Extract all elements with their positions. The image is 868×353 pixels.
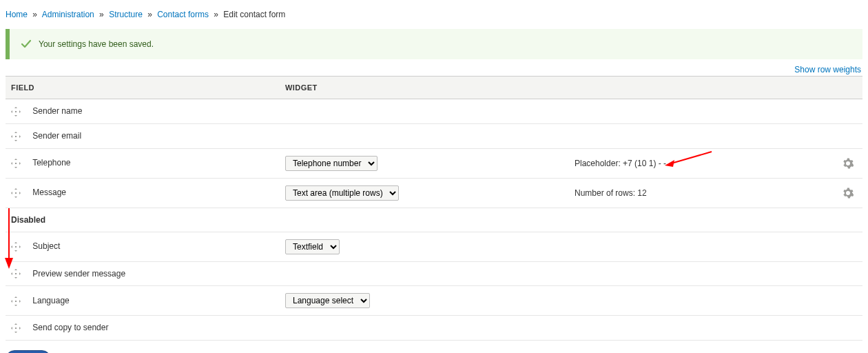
table-row: Sender name <box>6 99 862 124</box>
field-label: Sender email <box>32 131 81 141</box>
field-label: Send copy to sender <box>32 323 108 332</box>
col-header-ops <box>824 77 862 99</box>
status-message-text: Your settings have been saved. <box>39 39 154 49</box>
table-row: Message Text area (multiple rows) Number… <box>6 178 862 208</box>
table-row: Telephone Telephone number Placeholder: … <box>6 148 862 178</box>
settings-button[interactable] <box>839 185 857 201</box>
widget-select-telephone[interactable]: Telephone number <box>285 156 378 171</box>
field-label: Message <box>32 188 66 197</box>
settings-button[interactable] <box>839 156 857 171</box>
save-button[interactable]: Save <box>6 350 51 353</box>
col-header-field: Field <box>6 77 280 99</box>
drag-handle-icon[interactable] <box>11 242 23 252</box>
widget-select-subject[interactable]: Textfield <box>285 239 340 254</box>
widget-summary: Placeholder: +7 (10 1) - - - <box>575 159 671 168</box>
breadcrumb-link-administration[interactable]: Administration <box>42 10 94 19</box>
drag-handle-icon[interactable] <box>11 323 23 333</box>
field-label: Sender name <box>32 106 82 116</box>
widget-select-language[interactable]: Language select <box>285 293 370 308</box>
table-row: Sender email <box>6 123 862 148</box>
breadcrumb-sep: » <box>99 10 104 19</box>
field-label: Language <box>32 296 69 305</box>
breadcrumb-sep: » <box>214 10 218 19</box>
breadcrumb: Home » Administration » Structure » Cont… <box>6 6 862 25</box>
breadcrumb-sep: » <box>32 10 37 19</box>
breadcrumb-link-home[interactable]: Home <box>6 10 28 19</box>
col-header-widget: Widget <box>280 77 569 99</box>
drag-handle-icon[interactable] <box>11 159 23 168</box>
table-row: Language Language select <box>6 286 862 316</box>
table-row: Send copy to sender <box>6 316 862 341</box>
breadcrumb-sep: » <box>147 10 152 19</box>
field-label: Preview sender message <box>32 269 125 279</box>
fields-table: Field Widget Sender name Sender <box>6 76 862 341</box>
breadcrumb-link-contact-forms[interactable]: Contact forms <box>157 10 209 19</box>
show-row-weights-link[interactable]: Show row weights <box>794 65 861 74</box>
table-row: Subject Textfield <box>6 232 862 261</box>
field-label: Subject <box>32 241 60 251</box>
field-label: Telephone <box>32 158 70 168</box>
col-header-summary <box>569 77 824 99</box>
drag-handle-icon[interactable] <box>11 132 23 141</box>
breadcrumb-link-structure[interactable]: Structure <box>109 10 143 19</box>
drag-handle-icon[interactable] <box>11 188 23 198</box>
drag-handle-icon[interactable] <box>11 296 23 306</box>
table-toolbar: Show row weights <box>6 61 862 76</box>
section-header-disabled: Disabled <box>6 208 862 232</box>
drag-handle-icon[interactable] <box>11 269 23 279</box>
check-icon <box>21 39 32 50</box>
table-row: Preview sender message <box>6 261 862 286</box>
drag-handle-icon[interactable] <box>11 107 23 117</box>
breadcrumb-current: Edit contact form <box>223 10 285 19</box>
widget-select-message[interactable]: Text area (multiple rows) <box>285 185 399 201</box>
status-message: Your settings have been saved. <box>6 29 862 59</box>
widget-summary: Number of rows: 12 <box>575 188 647 198</box>
